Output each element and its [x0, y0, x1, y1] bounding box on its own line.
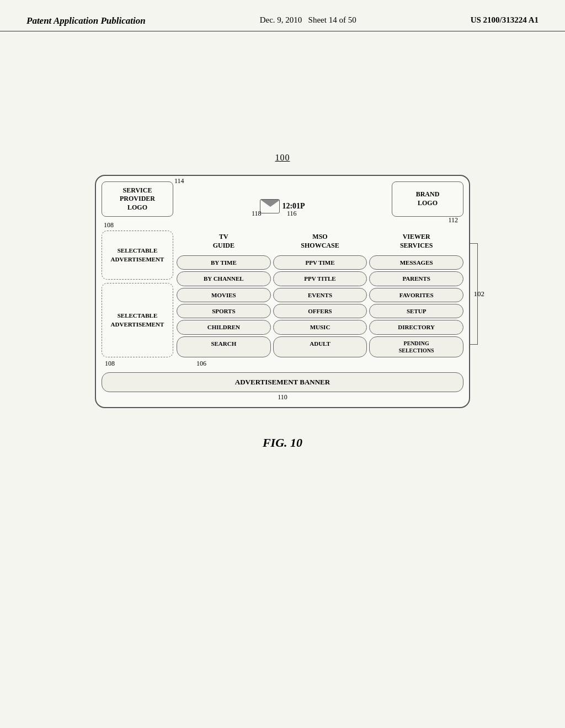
label-116: 116	[287, 210, 297, 218]
label-114: 114	[174, 177, 184, 185]
menu-row-6: SEARCH ADULT PENDINGSELECTIONS	[177, 336, 463, 357]
service-logo-box: SERVICEPROVIDERLOGO	[102, 181, 173, 217]
menu-row-5: CHILDREN MUSIC DIRECTORY	[177, 320, 463, 334]
menu-item-sports[interactable]: SPORTS	[177, 304, 271, 318]
menu-item-by-time[interactable]: BY TIME	[177, 255, 271, 270]
outer-box: SERVICEPROVIDERLOGO 12:01P BRANDLOGO 114…	[95, 175, 470, 408]
sheet-info: Dec. 9, 2010 Sheet 14 of 50	[260, 15, 356, 25]
top-row: SERVICEPROVIDERLOGO 12:01P BRANDLOGO 114…	[102, 181, 463, 217]
menu-row-3: MOVIES EVENTS FAVORITES	[177, 288, 463, 302]
menu-item-ppv-title[interactable]: PPV TITLE	[273, 271, 367, 286]
menu-headers-row: TVGUIDE MSOSHOWCASE VIEWERSERVICES	[177, 231, 463, 252]
label-118: 118	[252, 210, 262, 218]
menu-item-by-channel[interactable]: BY CHANNEL	[177, 271, 271, 286]
menu-header-viewer: VIEWERSERVICES	[369, 231, 463, 252]
menu-item-ppv-time[interactable]: PPV TIME	[273, 255, 367, 270]
menu-item-music[interactable]: MUSIC	[273, 320, 367, 334]
menu-item-directory[interactable]: DIRECTORY	[369, 320, 463, 334]
figure-ref-label: 100	[0, 153, 565, 163]
brand-logo-box: BRANDLOGO	[392, 181, 463, 217]
ad-bottom-text: SELECTABLEADVERTISEMENT	[111, 312, 164, 329]
label-110: 110	[102, 393, 463, 402]
ad-bottom: SELECTABLEADVERTISEMENT	[102, 283, 173, 357]
content-row: SELECTABLEADVERTISEMENT SELECTABLEADVERT…	[102, 231, 463, 357]
menu-header-tv-guide: TVGUIDE	[177, 231, 271, 252]
menu-item-parents[interactable]: PARENTS	[369, 271, 463, 286]
service-logo-text: SERVICEPROVIDERLOGO	[120, 186, 155, 212]
ads-column: SELECTABLEADVERTISEMENT SELECTABLEADVERT…	[102, 231, 173, 357]
ad-top-text: SELECTABLEADVERTISEMENT	[111, 247, 164, 264]
center-time-area: 12:01P	[177, 181, 388, 217]
ad-top: SELECTABLEADVERTISEMENT	[102, 231, 173, 280]
menu-item-events[interactable]: EVENTS	[273, 288, 367, 302]
publication-label: Patent Application Publication	[26, 15, 146, 26]
menu-row-1: BY TIME PPV TIME MESSAGES	[177, 255, 463, 270]
bottom-label-row: 108 106	[102, 360, 463, 368]
menu-row-2: BY CHANNEL PPV TITLE PARENTS	[177, 271, 463, 286]
brand-logo-text: BRANDLOGO	[416, 190, 440, 207]
menu-item-search[interactable]: SEARCH	[177, 336, 271, 357]
menu-item-setup[interactable]: SETUP	[369, 304, 463, 318]
menu-item-favorites[interactable]: FAVORITES	[369, 288, 463, 302]
menu-item-children[interactable]: CHILDREN	[177, 320, 271, 334]
menu-item-adult[interactable]: ADULT	[273, 336, 367, 357]
label-108-bottom: 108	[105, 360, 115, 368]
envelope-icon	[260, 199, 280, 213]
sheet-text: Sheet 14 of 50	[308, 15, 356, 24]
label-102: 102	[474, 290, 485, 298]
date-text: Dec. 9, 2010	[260, 15, 302, 24]
fig-caption: FIG. 10	[0, 436, 565, 450]
menu-area: TVGUIDE MSOSHOWCASE VIEWERSERVICES BY TI…	[177, 231, 463, 357]
label-108-upper: 108	[102, 221, 463, 229]
page-header: Patent Application Publication Dec. 9, 2…	[0, 0, 565, 31]
menu-item-movies[interactable]: MOVIES	[177, 288, 271, 302]
menu-item-pending[interactable]: PENDINGSELECTIONS	[369, 336, 463, 357]
menu-item-messages[interactable]: MESSAGES	[369, 255, 463, 270]
diagram-area: SERVICEPROVIDERLOGO 12:01P BRANDLOGO 114…	[95, 175, 470, 408]
menu-row-4: SPORTS OFFERS SETUP	[177, 304, 463, 318]
label-112: 112	[448, 216, 458, 224]
menu-item-offers[interactable]: OFFERS	[273, 304, 367, 318]
envelope-time-row: 12:01P	[260, 199, 305, 213]
advertisement-banner: ADVERTISEMENT BANNER	[102, 372, 463, 392]
menu-header-mso: MSOSHOWCASE	[273, 231, 367, 252]
patent-number: US 2100/313224 A1	[471, 15, 539, 25]
label-106: 106	[196, 360, 206, 368]
